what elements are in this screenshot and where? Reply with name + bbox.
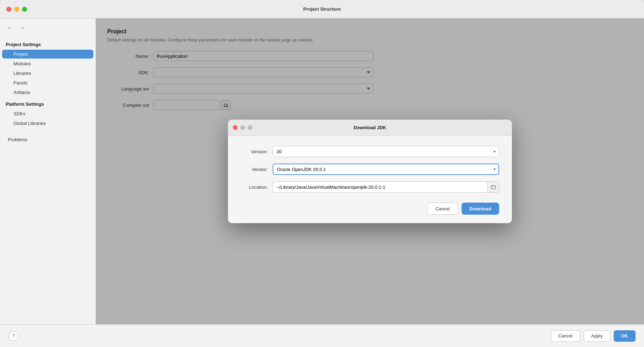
modal-titlebar: Download JDK: [228, 120, 512, 136]
svg-rect-0: [491, 186, 496, 189]
help-button[interactable]: ?: [9, 331, 18, 341]
download-jdk-modal: Download JDK Version: 20 ▾: [228, 120, 512, 223]
maximize-button[interactable]: [22, 7, 27, 12]
main-panel: Project Default settings for all modules…: [96, 18, 644, 324]
main-content: ← → Project Settings Project Modules Lib…: [0, 18, 644, 324]
apply-button[interactable]: Apply: [584, 330, 610, 342]
nav-buttons: ← →: [0, 24, 95, 38]
version-label: Version:: [241, 149, 273, 154]
vendor-label: Vendor:: [241, 167, 273, 172]
sidebar-item-project[interactable]: Project: [2, 50, 93, 59]
project-settings-header: Project Settings: [0, 40, 95, 49]
window-title: Project Structure: [303, 6, 340, 12]
sidebar-item-facets[interactable]: Facets: [2, 78, 93, 87]
ok-button[interactable]: OK: [614, 330, 636, 342]
platform-settings-header: Platform Settings: [0, 99, 95, 109]
sidebar-item-global-libraries[interactable]: Global Libraries: [2, 119, 93, 128]
sidebar-item-problems[interactable]: Problems: [2, 135, 93, 144]
modal-close-button[interactable]: [233, 125, 238, 130]
folder-icon: [491, 184, 496, 189]
vendor-select-wrap: Oracle OpenJDK 20.0.1 ▾: [273, 164, 499, 175]
traffic-lights: [6, 7, 27, 12]
modal-body: Version: 20 ▾ Vendor:: [228, 136, 512, 223]
titlebar: Project Structure: [0, 0, 644, 18]
sidebar: ← → Project Settings Project Modules Lib…: [0, 18, 96, 324]
sidebar-item-sdks[interactable]: SDKs: [2, 109, 93, 118]
version-select[interactable]: 20: [273, 146, 499, 157]
location-label: Location:: [241, 184, 273, 190]
close-button[interactable]: [6, 7, 11, 12]
modal-maximize-button[interactable]: [248, 125, 252, 130]
modal-overlay: Download JDK Version: 20 ▾: [96, 18, 644, 324]
location-row: Location:: [241, 181, 499, 193]
sidebar-item-artifacts[interactable]: Artifacts: [2, 88, 93, 97]
minimize-button[interactable]: [14, 7, 19, 12]
sidebar-item-modules[interactable]: Modules: [2, 59, 93, 68]
modal-title: Download JDK: [354, 125, 386, 130]
modal-minimize-button[interactable]: [240, 125, 245, 130]
back-button[interactable]: ←: [6, 24, 14, 32]
main-window: Project Structure ← → Project Settings P…: [0, 0, 644, 347]
version-select-wrap: 20 ▾: [273, 146, 499, 157]
sidebar-item-libraries[interactable]: Libraries: [2, 69, 93, 78]
location-folder-button[interactable]: [488, 181, 499, 193]
modal-traffic-lights: [233, 125, 252, 130]
cancel-button[interactable]: Cancel: [551, 330, 580, 342]
footer: ? Cancel Apply OK: [0, 324, 644, 347]
vendor-row: Vendor: Oracle OpenJDK 20.0.1 ▾: [241, 164, 499, 175]
vendor-select[interactable]: Oracle OpenJDK 20.0.1: [273, 164, 499, 175]
forward-button[interactable]: →: [18, 24, 27, 32]
location-input[interactable]: [273, 181, 488, 193]
version-row: Version: 20 ▾: [241, 146, 499, 157]
modal-download-button[interactable]: Download: [462, 203, 499, 215]
modal-footer: Cancel Download: [241, 201, 499, 215]
modal-cancel-button[interactable]: Cancel: [427, 203, 458, 215]
